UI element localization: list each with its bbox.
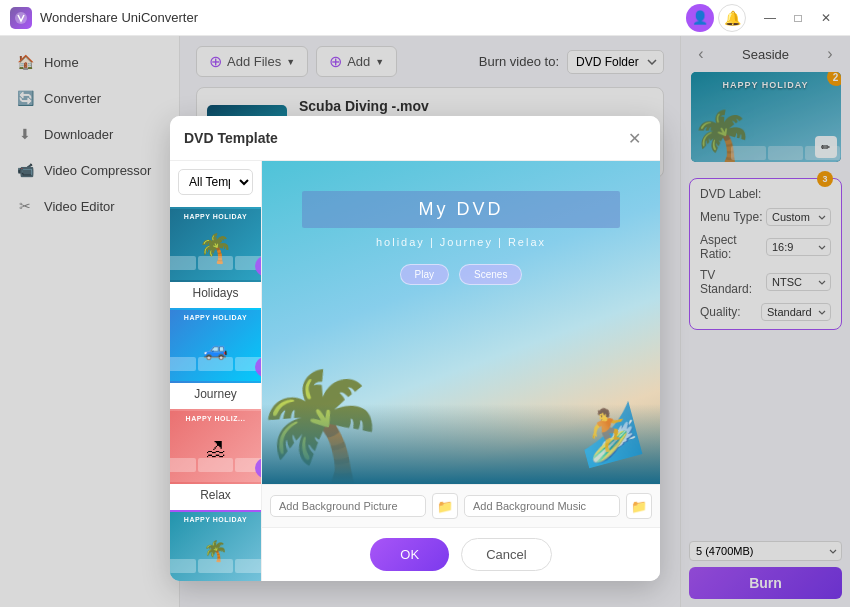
preview-dvd-title: My DVD — [302, 191, 620, 228]
strip-s3 — [235, 559, 262, 573]
preview-dvd-subtitle: holiday | Journey | Relax — [376, 236, 546, 248]
template-sidebar: All Templates(36) HAPPY HOLIDAY 🌴 — [170, 161, 262, 581]
thumb-art-seaside: HAPPY HOLIDAY 🌴 — [170, 512, 262, 581]
template-filter-select[interactable]: All Templates(36) — [178, 169, 253, 195]
template-name-journey: Journey — [194, 387, 237, 401]
strip-j1 — [170, 357, 196, 371]
maximize-button[interactable]: □ — [784, 7, 812, 29]
strips-2 — [170, 357, 262, 371]
strip-h1 — [170, 256, 196, 270]
strips-1 — [170, 256, 262, 270]
ok-button[interactable]: OK — [370, 538, 449, 571]
strip-r1 — [170, 458, 196, 472]
notification-button[interactable]: 🔔 — [718, 4, 746, 32]
template-name-holidays: Holidays — [192, 286, 238, 300]
template-preview: My DVD holiday | Journey | Relax Play Sc… — [262, 161, 660, 581]
template-item-seaside[interactable]: HAPPY HOLIDAY 🌴 Seaside — [170, 506, 261, 581]
dvd-template-modal: DVD Template ✕ All Templates(36) HAPPY H… — [170, 116, 660, 581]
cancel-button[interactable]: Cancel — [461, 538, 551, 571]
template-thumb-relax: HAPPY HOLIZ... 🏖 ⬇ — [170, 409, 262, 484]
strip-h2 — [198, 256, 233, 270]
modal-body: All Templates(36) HAPPY HOLIDAY 🌴 — [170, 161, 660, 581]
close-button[interactable]: ✕ — [812, 7, 840, 29]
bg-music-folder-button[interactable]: 📁 — [626, 493, 652, 519]
strip-r2 — [198, 458, 233, 472]
template-thumb-journey: HAPPY HOLIDAY 🚙 ⬇ — [170, 308, 262, 383]
preview-actions: OK Cancel — [262, 527, 660, 581]
template-name-relax: Relax — [200, 488, 231, 502]
template-thumb-holidays: HAPPY HOLIDAY 🌴 ⬇ — [170, 207, 262, 282]
thumb-holiday-text-1: HAPPY HOLIDAY — [170, 213, 262, 220]
preview-play-button[interactable]: Play — [400, 264, 449, 285]
app-logo — [10, 7, 32, 29]
thumb-art-journey: HAPPY HOLIDAY 🚙 — [170, 310, 262, 381]
thumb-holiday-text-2: HAPPY HOLIDAY — [170, 314, 262, 321]
strips-3 — [170, 458, 262, 472]
titlebar: Wondershare UniConverter 👤 🔔 — □ ✕ — [0, 0, 850, 36]
template-item-holidays[interactable]: HAPPY HOLIDAY 🌴 ⬇ Holidays — [170, 203, 261, 304]
preview-main: My DVD holiday | Journey | Relax Play Sc… — [262, 161, 660, 484]
strip-s2 — [198, 559, 233, 573]
thumb-art-relax: HAPPY HOLIZ... 🏖 — [170, 411, 262, 482]
app-title: Wondershare UniConverter — [40, 10, 686, 25]
preview-footer: 📁 📁 — [262, 484, 660, 527]
preview-background: My DVD holiday | Journey | Relax Play Sc… — [262, 161, 660, 484]
add-background-picture-input[interactable] — [270, 495, 426, 517]
thumb-holiday-text-4: HAPPY HOLIDAY — [170, 516, 262, 523]
strip-s1 — [170, 559, 196, 573]
modal-close-button[interactable]: ✕ — [622, 126, 646, 150]
template-filter: All Templates(36) — [178, 169, 253, 195]
bg-picture-folder-button[interactable]: 📁 — [432, 493, 458, 519]
modal-overlay: DVD Template ✕ All Templates(36) HAPPY H… — [0, 36, 850, 607]
add-background-music-input[interactable] — [464, 495, 620, 517]
template-item-relax[interactable]: HAPPY HOLIZ... 🏖 ⬇ Relax — [170, 405, 261, 506]
user-button[interactable]: 👤 — [686, 4, 714, 32]
template-thumb-seaside: HAPPY HOLIDAY 🌴 — [170, 510, 262, 581]
strip-j2 — [198, 357, 233, 371]
modal-header: DVD Template ✕ — [170, 116, 660, 161]
minimize-button[interactable]: — — [756, 7, 784, 29]
preview-dvd-buttons: Play Scenes — [400, 264, 523, 285]
strips-4 — [170, 559, 262, 573]
thumb-holiday-text-3: HAPPY HOLIZ... — [170, 415, 262, 422]
thumb-art-holidays: HAPPY HOLIDAY 🌴 — [170, 209, 262, 280]
preview-scenes-button[interactable]: Scenes — [459, 264, 522, 285]
modal-title: DVD Template — [184, 130, 278, 146]
template-item-journey[interactable]: HAPPY HOLIDAY 🚙 ⬇ Journey — [170, 304, 261, 405]
